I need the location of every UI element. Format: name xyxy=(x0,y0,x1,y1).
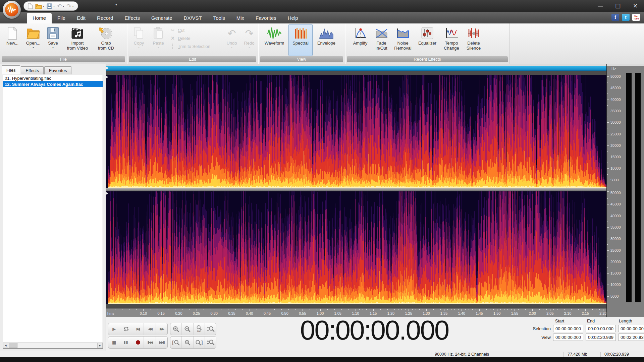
horizontal-scrollbar[interactable]: ◀ ▶ xyxy=(3,342,103,348)
fade-in-out-button[interactable]: Fade In/Out xyxy=(371,24,391,55)
ruler-tick xyxy=(257,309,257,310)
overview-navigation-bar[interactable] xyxy=(106,66,606,71)
zoom-vertical-fit-button[interactable] xyxy=(205,337,216,348)
open-quick-button[interactable]: ▾ xyxy=(35,3,44,9)
spectrogram-channel-1[interactable] xyxy=(108,75,606,188)
scroll-left-button[interactable]: ◀ xyxy=(3,343,8,348)
envelope-icon xyxy=(319,26,334,41)
envelope-view-button[interactable]: Envelope xyxy=(313,24,340,55)
waveform-view-button[interactable]: Waveform xyxy=(260,24,288,55)
zoom-selection-start-button[interactable]: [ xyxy=(170,337,182,348)
zoom-100-button[interactable]: 100 xyxy=(194,323,205,335)
ribbon-tab-mix[interactable]: Mix xyxy=(231,13,250,23)
selection-length-field[interactable]: 00:00:00.000 xyxy=(618,325,644,332)
ribbon-tab-home[interactable]: Home xyxy=(27,13,52,23)
record-button[interactable] xyxy=(132,337,144,348)
cut-scissors-icon: ✂ xyxy=(170,28,175,33)
ribbon-tab-record[interactable]: Record xyxy=(91,13,119,23)
ribbon-tab-file[interactable]: File xyxy=(52,13,71,23)
pause-button[interactable]: ▮▮ xyxy=(120,337,132,348)
panel-tab-effects[interactable]: Effects xyxy=(21,66,44,74)
zoom-selection-end-button[interactable]: ] xyxy=(194,337,205,348)
ruler-tick xyxy=(313,309,313,310)
loop-playback-button[interactable] xyxy=(120,323,132,335)
noise-removal-label-2: Removal xyxy=(394,46,411,51)
view-start-field[interactable]: 00:00:00.000 xyxy=(553,334,583,341)
panel-tab-files[interactable]: Files xyxy=(2,65,20,74)
ruler-tick xyxy=(500,309,501,310)
channel-marker-icon xyxy=(106,192,108,195)
import-from-video-button[interactable]: Import from Video xyxy=(62,24,93,55)
ruler-tick xyxy=(564,309,565,310)
save-button[interactable]: Save ▾ xyxy=(44,24,62,55)
undo-quick-button[interactable]: ↶ ▾ xyxy=(57,3,64,9)
facebook-icon[interactable]: f xyxy=(611,14,619,21)
delete-silence-button[interactable]: Delete Silence xyxy=(463,24,485,55)
close-button[interactable]: × xyxy=(627,0,644,11)
ruler-tick xyxy=(250,309,250,311)
ruler-time-label: 2:00 xyxy=(527,311,538,315)
freq-tick-minor xyxy=(607,256,608,256)
dropdown-icon: ▾ xyxy=(43,5,44,8)
stop-button[interactable]: ■ xyxy=(108,337,120,348)
scroll-right-button[interactable]: ▶ xyxy=(97,343,103,348)
freq-tick-minor xyxy=(607,117,608,117)
dropdown-icon: ▾ xyxy=(63,5,64,8)
go-to-end-button[interactable]: ▶▶▮ xyxy=(156,337,167,348)
customize-toolbar-button[interactable]: ▾ xyxy=(115,3,117,6)
ruler-tick xyxy=(476,309,476,310)
tempo-change-button[interactable]: Tempo Change xyxy=(440,24,463,55)
panel-tab-favorites[interactable]: Favorites xyxy=(44,66,71,74)
twitter-icon[interactable]: t xyxy=(622,14,630,21)
spectral-view-button[interactable]: Spectral xyxy=(288,24,313,56)
view-length-field[interactable]: 00:02:20.939 xyxy=(618,334,644,341)
maximize-button[interactable]: □ xyxy=(609,0,627,11)
new-document-quick-button[interactable] xyxy=(28,3,33,9)
ruler-tick xyxy=(235,309,236,310)
ribbon-tab-tools[interactable]: Tools xyxy=(208,13,231,23)
equalizer-button[interactable]: Equalizer xyxy=(414,24,440,55)
noise-removal-button[interactable]: Noise Removal xyxy=(391,24,414,55)
app-logo-button[interactable] xyxy=(3,1,21,19)
audio-format-status: 96000 Hz, 24-bit, 2 Channels xyxy=(435,352,489,357)
open-button[interactable]: Open... ▾ xyxy=(23,24,44,55)
file-list-item[interactable]: 12. Summer Always Comes Again.flac xyxy=(3,81,103,87)
ribbon-tab-effects[interactable]: Effects xyxy=(119,13,146,23)
youtube-icon[interactable]: You Tube xyxy=(632,14,640,21)
amplify-button[interactable]: Amplify xyxy=(349,24,371,55)
ruler-unit-label: hms xyxy=(107,311,114,315)
zoom-vertical-button[interactable] xyxy=(205,323,216,335)
fast-forward-button[interactable]: ▶▶ xyxy=(156,323,167,335)
grab-from-cd-button[interactable]: Grab from CD xyxy=(93,24,119,55)
channel-splitter[interactable] xyxy=(106,188,606,191)
play-button[interactable]: ▶ xyxy=(108,323,120,335)
ribbon-tab-dx-vst[interactable]: DX/VST xyxy=(178,13,208,23)
zoom-in-button[interactable] xyxy=(170,323,182,335)
go-to-start-button[interactable]: ▮◀◀ xyxy=(144,337,156,348)
spectrogram-channel-2[interactable] xyxy=(108,191,606,304)
zoom-in-selection-button[interactable] xyxy=(182,337,193,348)
ruler-tick xyxy=(228,309,228,310)
new-document-icon xyxy=(28,3,33,9)
view-end-field[interactable]: 00:02:20.939 xyxy=(586,334,616,341)
ruler-tick xyxy=(539,309,540,310)
ribbon-tab-edit[interactable]: Edit xyxy=(71,13,91,23)
ruler-tick xyxy=(356,309,356,311)
selection-end-field[interactable]: 00:00:00.000 xyxy=(586,325,616,332)
scrollbar-thumb[interactable] xyxy=(9,343,17,348)
save-quick-button[interactable]: ▾ xyxy=(47,3,55,9)
ribbon-tab-help[interactable]: Help xyxy=(282,13,304,23)
group-caption-file: File xyxy=(2,56,125,62)
minimize-button[interactable]: — xyxy=(592,0,609,11)
freq-tick xyxy=(607,122,609,123)
new-button[interactable]: New... xyxy=(2,24,23,55)
file-list-item[interactable]: 01. Hyperventilating.flac xyxy=(3,75,103,81)
zoom-out-button[interactable] xyxy=(182,323,193,335)
ribbon-tab-favorites[interactable]: Favorites xyxy=(250,13,282,23)
selection-start-field[interactable]: 00:00:00.000 xyxy=(553,325,583,332)
ribbon-tab-generate[interactable]: Generate xyxy=(146,13,178,23)
redo-quick-button[interactable]: ↷ ▾ xyxy=(66,3,73,9)
play-to-end-button[interactable]: ▶▮ xyxy=(132,323,144,335)
rewind-button[interactable]: ◀◀ xyxy=(144,323,156,335)
group-caption-view: View xyxy=(260,56,343,62)
